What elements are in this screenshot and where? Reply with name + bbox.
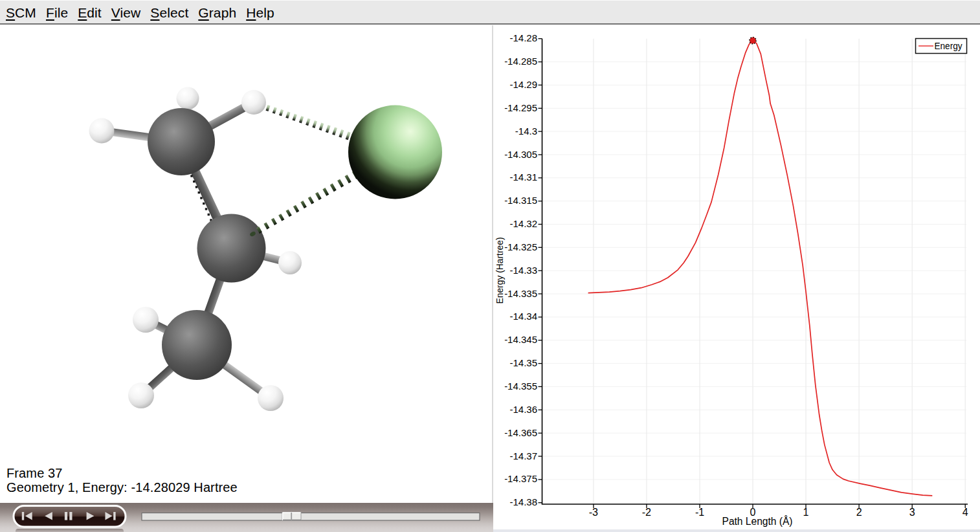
svg-text:2: 2 (856, 507, 862, 518)
svg-text:-14.35: -14.35 (509, 357, 537, 368)
svg-text:-14.31: -14.31 (509, 172, 537, 183)
svg-text:-14.345: -14.345 (504, 334, 537, 345)
svg-text:-14.325: -14.325 (504, 241, 537, 252)
svg-text:Path Length (Å): Path Length (Å) (722, 515, 793, 527)
svg-text:1: 1 (803, 507, 809, 518)
svg-text:-14.32: -14.32 (509, 218, 537, 229)
svg-text:-14.285: -14.285 (504, 56, 537, 67)
svg-text:-14.335: -14.335 (504, 288, 537, 299)
svg-text:-14.295: -14.295 (504, 102, 537, 113)
svg-text:-14.3: -14.3 (515, 126, 537, 137)
svg-text:-14.29: -14.29 (509, 79, 537, 90)
svg-text:-3: -3 (589, 507, 598, 518)
svg-text:Energy: Energy (935, 40, 963, 51)
svg-text:-14.315: -14.315 (504, 195, 537, 206)
svg-text:Energy (Hartree): Energy (Hartree) (494, 237, 505, 304)
svg-text:-14.33: -14.33 (509, 265, 537, 276)
svg-text:-14.375: -14.375 (504, 473, 537, 484)
svg-text:-14.34: -14.34 (509, 311, 537, 322)
svg-text:-14.37: -14.37 (509, 450, 537, 461)
svg-text:-14.36: -14.36 (509, 404, 537, 415)
svg-text:-14.355: -14.355 (504, 381, 537, 392)
svg-text:3: 3 (909, 507, 915, 518)
svg-text:-14.28: -14.28 (509, 32, 537, 43)
svg-text:-14.305: -14.305 (504, 149, 537, 160)
svg-text:-14.38: -14.38 (509, 496, 537, 507)
svg-text:-14.365: -14.365 (504, 427, 537, 438)
svg-text:-2: -2 (642, 507, 651, 518)
svg-text:-1: -1 (695, 507, 704, 518)
svg-text:4: 4 (963, 507, 968, 518)
